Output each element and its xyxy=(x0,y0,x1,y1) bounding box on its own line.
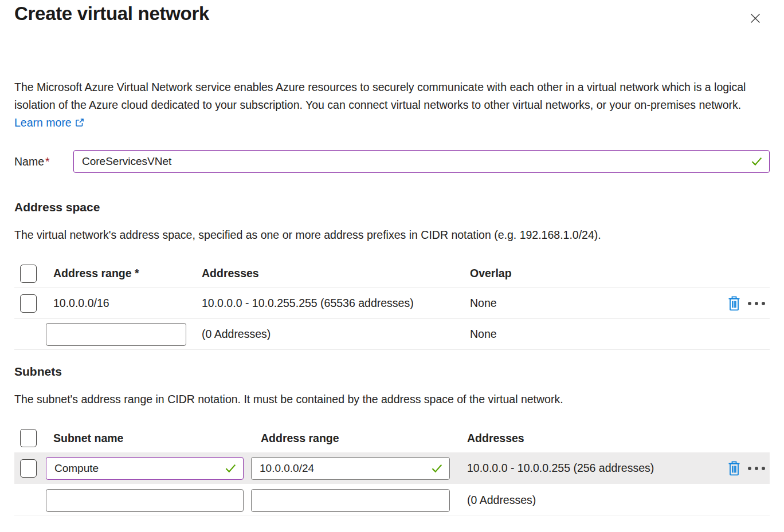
address-space-table: Address range * Addresses Overlap 10.0.0… xyxy=(14,259,770,350)
subnets-description: The subnet's address range in CIDR notat… xyxy=(14,391,770,408)
address-space-new-row: (0 Addresses) None xyxy=(14,319,770,350)
subnet-address-range-valid-check-icon xyxy=(432,464,442,473)
subnet-addresses-value: 10.0.0.0 - 10.0.0.255 (256 addresses) xyxy=(467,462,712,475)
address-range-value: 10.0.0.0/16 xyxy=(46,297,202,310)
external-link-icon xyxy=(75,117,85,128)
create-virtual-network-panel: Create virtual network The Microsoft Azu… xyxy=(0,0,784,515)
new-overlap-value: None xyxy=(470,328,712,341)
learn-more-label: Learn more xyxy=(14,116,72,129)
learn-more-link[interactable]: Learn more xyxy=(14,116,85,129)
close-button[interactable] xyxy=(744,7,766,29)
more-options-icon xyxy=(748,467,765,470)
intro-text: The Microsoft Azure Virtual Network serv… xyxy=(14,81,746,111)
subnet-name-valid-check-icon xyxy=(225,464,236,473)
subnets-table-header: Subnet name Address range Addresses xyxy=(14,424,770,452)
intro-paragraph: The Microsoft Azure Virtual Network serv… xyxy=(14,78,770,132)
column-header-address-range: Address range * xyxy=(46,267,202,280)
new-subnet-address-range-input[interactable] xyxy=(251,489,450,512)
address-space-description: The virtual network's address space, spe… xyxy=(14,227,770,243)
name-field-row: Name* xyxy=(14,150,770,173)
subnet-row-checkbox[interactable] xyxy=(20,459,37,478)
column-header-addresses: Addresses xyxy=(202,267,470,280)
address-range-more-options-button[interactable] xyxy=(748,302,765,305)
addresses-value: 10.0.0.0 - 10.0.255.255 (65536 addresses… xyxy=(202,297,470,310)
column-header-subnet-name: Subnet name xyxy=(46,432,251,445)
column-header-subnet-addresses: Addresses xyxy=(467,432,712,445)
trash-icon xyxy=(727,461,741,476)
column-header-subnet-address-range: Address range xyxy=(251,432,467,445)
new-addresses-value: (0 Addresses) xyxy=(202,328,470,341)
new-subnet-name-input[interactable] xyxy=(46,489,244,512)
subnet-address-range-input[interactable] xyxy=(251,457,450,480)
subnets-heading: Subnets xyxy=(14,365,770,379)
name-valid-check-icon xyxy=(751,157,762,166)
new-subnet-addresses-value: (0 Addresses) xyxy=(467,494,712,507)
address-space-row-checkbox[interactable] xyxy=(20,294,37,313)
name-label: Name* xyxy=(14,155,73,168)
required-asterisk: * xyxy=(45,155,50,168)
subnets-select-all-checkbox[interactable] xyxy=(20,429,37,447)
close-icon xyxy=(748,11,763,26)
subnet-more-options-button[interactable] xyxy=(748,467,765,470)
new-address-range-input[interactable] xyxy=(46,323,186,346)
subnet-name-input[interactable] xyxy=(46,457,244,480)
more-options-icon xyxy=(748,302,765,305)
address-space-heading: Address space xyxy=(14,200,770,214)
overlap-value: None xyxy=(470,297,712,310)
delete-subnet-button[interactable] xyxy=(727,461,741,476)
column-header-overlap: Overlap xyxy=(470,267,712,280)
subnets-table: Subnet name Address range Addresses xyxy=(14,424,770,515)
subnet-row: 10.0.0.0 - 10.0.0.255 (256 addresses) xyxy=(14,452,770,486)
address-space-select-all-checkbox[interactable] xyxy=(20,265,37,283)
subnet-new-row: (0 Addresses) xyxy=(14,486,770,515)
name-input[interactable] xyxy=(73,150,770,173)
address-space-table-header: Address range * Addresses Overlap xyxy=(14,259,770,288)
trash-icon xyxy=(727,296,741,311)
name-label-text: Name xyxy=(14,155,44,168)
page-title: Create virtual network xyxy=(14,3,209,25)
address-space-row: 10.0.0.0/16 10.0.0.0 - 10.0.255.255 (655… xyxy=(14,288,770,319)
titlebar: Create virtual network xyxy=(14,0,770,29)
delete-address-range-button[interactable] xyxy=(727,296,741,311)
